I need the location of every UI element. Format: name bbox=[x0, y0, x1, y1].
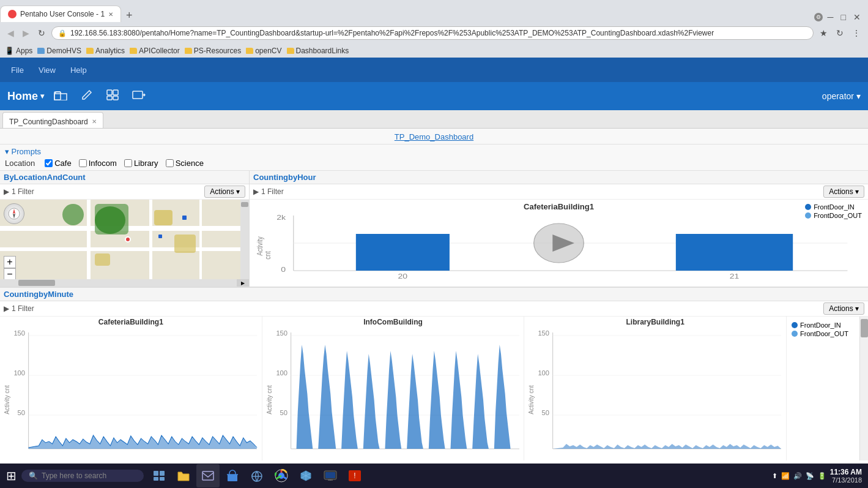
home-button[interactable]: Home ▾ bbox=[7, 90, 44, 103]
tray-wifi: 📡 bbox=[806, 472, 814, 480]
hour-filter-expand-icon[interactable]: ▶ bbox=[253, 187, 259, 196]
counting-hour-filter-label: 1 Filter bbox=[261, 187, 284, 196]
legend-in-label: FrontDoor_IN bbox=[814, 203, 855, 211]
map-hscrollbar[interactable] bbox=[0, 279, 237, 287]
bookmark-apicollector[interactable]: APICollector bbox=[130, 47, 180, 55]
minute-filter-expand-icon[interactable]: ▶ bbox=[4, 304, 9, 313]
prompts-toggle[interactable]: ▾ Prompts bbox=[5, 147, 863, 156]
window-close-btn[interactable]: ✕ bbox=[851, 12, 863, 22]
by-location-filter-bar: ▶ 1 Filter Actions ▾ bbox=[0, 184, 249, 200]
reload-button[interactable]: ↻ bbox=[35, 27, 48, 39]
map-background: + − bbox=[0, 200, 249, 287]
legend-out-dot bbox=[805, 212, 811, 219]
svg-text:100: 100 bbox=[13, 370, 25, 377]
zoom-plus-btn[interactable]: + bbox=[4, 256, 16, 268]
checkbox-cafe[interactable]: Cafe bbox=[45, 159, 71, 168]
share-btn[interactable] bbox=[128, 87, 149, 106]
cube-btn[interactable] bbox=[294, 464, 317, 487]
by-location-actions-btn[interactable]: Actions ▾ bbox=[204, 186, 245, 198]
svg-text:21: 21 bbox=[730, 272, 740, 280]
browser-tab-active[interactable]: Pentaho User Console - 1 ✕ bbox=[0, 6, 121, 22]
checkbox-science[interactable]: Science bbox=[166, 159, 204, 168]
counting-hour-title[interactable]: CountingbyHour bbox=[253, 173, 316, 182]
library-checkbox[interactable] bbox=[124, 159, 132, 167]
bookmark-dashboardlinks[interactable]: DashboardLinks bbox=[287, 47, 349, 55]
map-hscrollbar-arrow[interactable]: ▶ bbox=[237, 279, 249, 287]
map-hscrollbar-thumb[interactable] bbox=[18, 280, 55, 286]
email-btn[interactable] bbox=[196, 464, 220, 487]
dashboard-tab[interactable]: TP_CountingDashboard ✕ bbox=[2, 112, 103, 128]
library-chart-title: LibraryBuilding1 bbox=[525, 318, 785, 326]
open-folder-btn[interactable] bbox=[50, 87, 71, 106]
back-button[interactable]: ◀ bbox=[5, 27, 17, 39]
app-header: File View Help bbox=[0, 58, 868, 82]
taskview-btn[interactable] bbox=[147, 464, 171, 487]
tab-close-btn[interactable]: ✕ bbox=[108, 11, 113, 18]
by-location-filter-label: 1 Filter bbox=[12, 187, 34, 196]
dashboard-tab-strip: TP_CountingDashboard ✕ bbox=[0, 110, 868, 129]
taskbar-search[interactable]: 🔍 Type here to search bbox=[21, 470, 144, 482]
dashboard-tab-close-btn[interactable]: ✕ bbox=[92, 118, 97, 125]
counting-minute-title[interactable]: CountingbyMinute bbox=[4, 290, 73, 299]
explorer-btn[interactable] bbox=[172, 464, 195, 487]
map-vscrollbar[interactable] bbox=[240, 200, 249, 279]
edit-btn[interactable] bbox=[77, 86, 97, 107]
map-vscrollbar-thumb[interactable] bbox=[241, 202, 248, 207]
road-h2 bbox=[0, 247, 249, 251]
menu-btn[interactable]: ⋮ bbox=[850, 27, 863, 39]
minute-legend-in-label: FrontDoor_IN bbox=[800, 321, 841, 329]
bookmark-ps-resources[interactable]: PS-Resources bbox=[185, 47, 241, 55]
bar-1 bbox=[356, 234, 450, 271]
forward-button[interactable]: ▶ bbox=[20, 27, 32, 39]
minute-charts-row: CafeteriaBuilding1 150 100 50 Activity c… bbox=[0, 317, 868, 460]
counting-minute-actions-btn[interactable]: Actions ▾ bbox=[823, 302, 864, 315]
refresh-btn[interactable]: ↻ bbox=[834, 27, 846, 39]
minute-legend-in: FrontDoor_IN bbox=[792, 321, 855, 329]
bookmark-opencv[interactable]: openCV bbox=[246, 47, 281, 55]
map-container[interactable]: + − ▶ bbox=[0, 200, 249, 287]
bookmark-star-btn[interactable]: ★ bbox=[817, 27, 830, 39]
chrome-btn[interactable] bbox=[270, 464, 293, 487]
dashboard-btn[interactable] bbox=[103, 87, 122, 106]
cafe-checkbox[interactable] bbox=[45, 159, 53, 167]
window-settings-icon[interactable]: ⚙ bbox=[814, 13, 823, 21]
folder-icon bbox=[130, 48, 137, 54]
bookmark-demohvs[interactable]: DemoHVS bbox=[37, 47, 81, 55]
url-bar[interactable]: 🔒 192.168.56.183:8080/pentaho/Home?name=… bbox=[51, 26, 814, 40]
filter-expand-icon[interactable]: ▶ bbox=[4, 187, 9, 196]
by-location-title[interactable]: ByLocationAndCount bbox=[4, 173, 86, 182]
redalert-btn[interactable]: ! bbox=[343, 464, 366, 487]
svg-text:100: 100 bbox=[276, 370, 287, 377]
menu-view[interactable]: View bbox=[35, 64, 59, 76]
new-tab-button[interactable]: + bbox=[121, 9, 138, 22]
bookmark-apps[interactable]: 📱 Apps bbox=[5, 47, 32, 55]
svg-text:0: 0 bbox=[281, 266, 286, 273]
menu-help[interactable]: Help bbox=[67, 64, 91, 76]
science-checkbox[interactable] bbox=[166, 159, 174, 167]
counting-hour-actions-btn[interactable]: Actions ▾ bbox=[823, 186, 864, 198]
vpn-btn[interactable] bbox=[245, 464, 269, 487]
store-btn[interactable] bbox=[221, 464, 244, 487]
dashboard-title[interactable]: TP_Demo_Dashboard bbox=[395, 132, 473, 141]
tray-arrows[interactable]: ⬆ bbox=[772, 472, 777, 480]
start-button[interactable]: ⊞ bbox=[2, 468, 20, 483]
zoom-minus-btn[interactable]: − bbox=[4, 268, 16, 280]
window-maximize-btn[interactable]: □ bbox=[839, 12, 848, 22]
building-yellow-2 bbox=[174, 235, 196, 253]
window-minimize-btn[interactable]: ─ bbox=[825, 12, 836, 22]
svg-rect-54 bbox=[202, 471, 213, 480]
taskbar: ⊞ 🔍 Type here to search bbox=[0, 464, 868, 488]
right-scrollbar-thumb[interactable] bbox=[861, 319, 868, 337]
top-panels: ByLocationAndCount ▶ 1 Filter Actions ▾ bbox=[0, 171, 868, 287]
tv-btn[interactable] bbox=[319, 464, 342, 487]
menu-file[interactable]: File bbox=[7, 64, 28, 76]
user-menu[interactable]: operator ▾ bbox=[822, 91, 861, 101]
right-scrollbar[interactable] bbox=[859, 317, 868, 460]
bookmark-analytics[interactable]: Analytics bbox=[86, 47, 125, 55]
counting-hour-chart: CafeteriaBuilding1 FrontDoor_IN FrontDoo… bbox=[250, 200, 868, 287]
tray-battery: 🔋 bbox=[818, 472, 826, 480]
checkbox-infocom[interactable]: Infocom bbox=[79, 159, 117, 168]
infocom-checkbox[interactable] bbox=[79, 159, 87, 167]
checkbox-library[interactable]: Library bbox=[124, 159, 158, 168]
svg-text:Activity cnt: Activity cnt bbox=[527, 385, 535, 415]
